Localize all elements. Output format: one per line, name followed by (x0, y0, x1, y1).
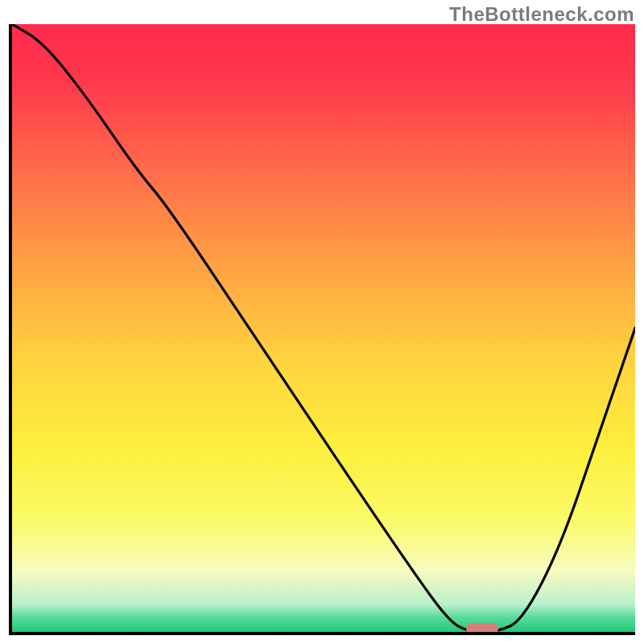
watermark-text: TheBottleneck.com (449, 3, 634, 26)
plot-svg (12, 24, 635, 632)
optimal-marker (466, 623, 498, 634)
chart-frame: TheBottleneck.com (0, 0, 644, 644)
gradient-background (12, 24, 635, 632)
plot-area (9, 24, 635, 635)
